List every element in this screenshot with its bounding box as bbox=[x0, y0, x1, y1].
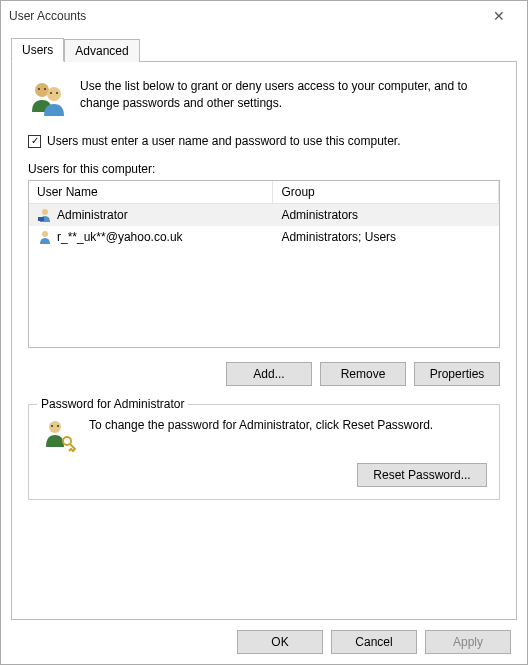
column-username[interactable]: User Name bbox=[29, 181, 273, 204]
cell-group: Administrators; Users bbox=[281, 230, 396, 244]
reset-password-button[interactable]: Reset Password... bbox=[357, 463, 487, 487]
tab-advanced[interactable]: Advanced bbox=[64, 39, 139, 62]
add-button[interactable]: Add... bbox=[226, 362, 312, 386]
require-login-label: Users must enter a user name and passwor… bbox=[47, 134, 401, 148]
svg-rect-7 bbox=[38, 217, 44, 221]
password-instruction-text: To change the password for Administrator… bbox=[89, 417, 487, 434]
close-button[interactable]: ✕ bbox=[479, 4, 519, 28]
svg-point-8 bbox=[42, 231, 48, 237]
user-admin-icon bbox=[37, 207, 53, 223]
svg-point-4 bbox=[50, 92, 52, 94]
svg-point-1 bbox=[47, 87, 61, 101]
listview-header: User Name Group bbox=[29, 181, 499, 204]
cancel-button[interactable]: Cancel bbox=[331, 630, 417, 654]
apply-button[interactable]: Apply bbox=[425, 630, 511, 654]
window-title: User Accounts bbox=[9, 9, 479, 23]
table-row[interactable]: r_**_uk**@yahoo.co.uk Administrators; Us… bbox=[29, 226, 499, 248]
user-icon bbox=[37, 229, 53, 245]
column-group[interactable]: Group bbox=[273, 181, 499, 204]
table-row[interactable]: Administrator Administrators bbox=[29, 204, 499, 226]
remove-button[interactable]: Remove bbox=[320, 362, 406, 386]
checkbox-icon: ✓ bbox=[28, 135, 41, 148]
svg-point-10 bbox=[51, 425, 53, 427]
tabpanel-users: Use the list below to grant or deny user… bbox=[11, 61, 517, 620]
listview-rows: Administrator Administrators r_**_uk**@y… bbox=[29, 204, 499, 248]
users-list-label: Users for this computer: bbox=[28, 162, 500, 176]
dialog-footer: OK Cancel Apply bbox=[1, 620, 527, 664]
svg-point-0 bbox=[35, 83, 49, 97]
svg-point-11 bbox=[57, 425, 59, 427]
intro-text: Use the list below to grant or deny user… bbox=[80, 78, 500, 112]
intro-row: Use the list below to grant or deny user… bbox=[28, 78, 500, 118]
tabstrip: Users Advanced bbox=[11, 37, 517, 61]
close-icon: ✕ bbox=[493, 8, 505, 24]
svg-point-9 bbox=[49, 421, 61, 433]
svg-point-2 bbox=[38, 88, 40, 90]
titlebar: User Accounts ✕ bbox=[1, 1, 527, 31]
svg-point-6 bbox=[42, 209, 48, 215]
svg-point-3 bbox=[44, 88, 46, 90]
users-icon bbox=[28, 78, 68, 118]
require-login-checkbox[interactable]: ✓ Users must enter a user name and passw… bbox=[28, 134, 500, 148]
users-listview[interactable]: User Name Group Administrator bbox=[28, 180, 500, 348]
user-accounts-window: User Accounts ✕ Users Advanced Use the l… bbox=[0, 0, 528, 665]
user-key-icon bbox=[41, 417, 77, 453]
tab-users[interactable]: Users bbox=[11, 38, 64, 62]
svg-point-5 bbox=[56, 92, 58, 94]
password-groupbox: Password for Administrator To change the… bbox=[28, 404, 500, 500]
cell-group: Administrators bbox=[281, 208, 358, 222]
tabs-container: Users Advanced Use the list below to gra… bbox=[1, 31, 527, 620]
cell-username: Administrator bbox=[57, 208, 128, 222]
svg-point-12 bbox=[63, 437, 71, 445]
password-groupbox-legend: Password for Administrator bbox=[37, 397, 188, 411]
properties-button[interactable]: Properties bbox=[414, 362, 500, 386]
user-buttons-row: Add... Remove Properties bbox=[28, 362, 500, 386]
ok-button[interactable]: OK bbox=[237, 630, 323, 654]
cell-username: r_**_uk**@yahoo.co.uk bbox=[57, 230, 183, 244]
